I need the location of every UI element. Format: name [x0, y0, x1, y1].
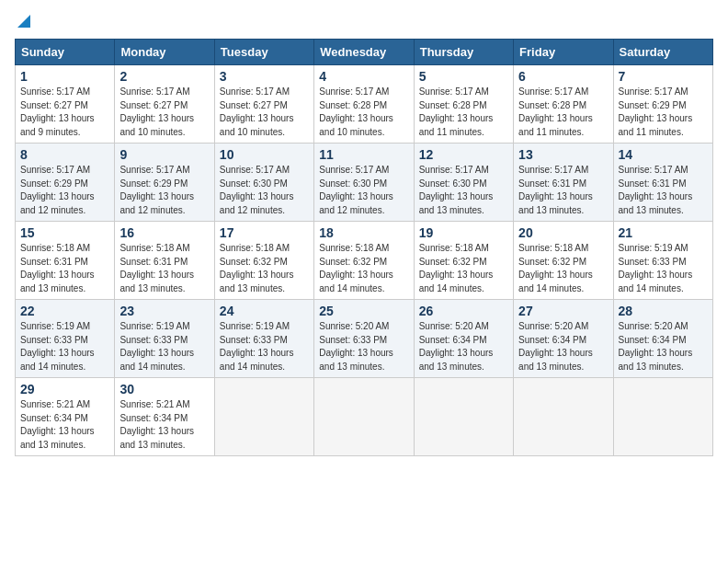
- day-info: Sunrise: 5:17 AMSunset: 6:29 PMDaylight:…: [119, 165, 194, 215]
- day-info: Sunrise: 5:17 AMSunset: 6:27 PMDaylight:…: [119, 86, 194, 137]
- day-number: 19: [419, 225, 508, 240]
- day-number: 6: [518, 69, 608, 84]
- day-info: Sunrise: 5:18 AMSunset: 6:31 PMDaylight:…: [119, 243, 194, 293]
- day-number: 20: [518, 225, 608, 240]
- day-number: 1: [20, 69, 109, 84]
- calendar-cell: 29 Sunrise: 5:21 AMSunset: 6:34 PMDaylig…: [16, 378, 115, 456]
- calendar-cell: 21 Sunrise: 5:19 AMSunset: 6:33 PMDaylig…: [613, 222, 712, 300]
- day-number: 10: [220, 147, 309, 162]
- day-number: 4: [319, 69, 408, 84]
- day-number: 25: [319, 304, 408, 318]
- calendar-cell: [514, 378, 613, 456]
- weekday-header-saturday: Saturday: [613, 40, 712, 65]
- day-number: 30: [119, 382, 209, 396]
- calendar-cell: 26 Sunrise: 5:20 AMSunset: 6:34 PMDaylig…: [414, 300, 513, 378]
- day-info: Sunrise: 5:20 AMSunset: 6:34 PMDaylight:…: [419, 321, 494, 372]
- day-info: Sunrise: 5:18 AMSunset: 6:32 PMDaylight:…: [518, 243, 593, 293]
- calendar-cell: 14 Sunrise: 5:17 AMSunset: 6:31 PMDaylig…: [613, 144, 712, 222]
- day-number: 7: [619, 69, 708, 84]
- day-info: Sunrise: 5:17 AMSunset: 6:31 PMDaylight:…: [518, 165, 593, 215]
- day-number: 17: [220, 225, 309, 240]
- day-info: Sunrise: 5:17 AMSunset: 6:31 PMDaylight:…: [619, 165, 693, 215]
- day-info: Sunrise: 5:18 AMSunset: 6:32 PMDaylight:…: [319, 243, 393, 293]
- day-info: Sunrise: 5:19 AMSunset: 6:33 PMDaylight:…: [619, 243, 693, 293]
- calendar-week-5: 29 Sunrise: 5:21 AMSunset: 6:34 PMDaylig…: [16, 378, 713, 456]
- calendar-cell: 13 Sunrise: 5:17 AMSunset: 6:31 PMDaylig…: [514, 144, 613, 222]
- day-info: Sunrise: 5:17 AMSunset: 6:30 PMDaylight:…: [319, 165, 393, 215]
- calendar-cell: 1 Sunrise: 5:17 AMSunset: 6:27 PMDayligh…: [16, 65, 115, 144]
- calendar-cell: 27 Sunrise: 5:20 AMSunset: 6:34 PMDaylig…: [514, 300, 613, 378]
- day-info: Sunrise: 5:17 AMSunset: 6:28 PMDaylight:…: [319, 86, 393, 137]
- calendar-cell: 23 Sunrise: 5:19 AMSunset: 6:33 PMDaylig…: [115, 300, 214, 378]
- day-info: Sunrise: 5:21 AMSunset: 6:34 PMDaylight:…: [20, 399, 95, 450]
- day-info: Sunrise: 5:19 AMSunset: 6:33 PMDaylight:…: [220, 321, 294, 372]
- day-info: Sunrise: 5:21 AMSunset: 6:34 PMDaylight:…: [119, 399, 194, 450]
- calendar-cell: 2 Sunrise: 5:17 AMSunset: 6:27 PMDayligh…: [115, 65, 214, 144]
- calendar-cell: 19 Sunrise: 5:18 AMSunset: 6:32 PMDaylig…: [414, 222, 513, 300]
- day-info: Sunrise: 5:18 AMSunset: 6:32 PMDaylight:…: [419, 243, 494, 293]
- weekday-header-sunday: Sunday: [16, 40, 115, 65]
- calendar-cell: 3 Sunrise: 5:17 AMSunset: 6:27 PMDayligh…: [214, 65, 313, 144]
- weekday-header-tuesday: Tuesday: [214, 40, 313, 65]
- day-info: Sunrise: 5:17 AMSunset: 6:28 PMDaylight:…: [518, 86, 593, 137]
- calendar-cell: 7 Sunrise: 5:17 AMSunset: 6:29 PMDayligh…: [613, 65, 712, 144]
- day-number: 3: [220, 69, 309, 84]
- calendar-cell: 4 Sunrise: 5:17 AMSunset: 6:28 PMDayligh…: [314, 65, 414, 144]
- svg-marker-0: [17, 15, 30, 28]
- day-number: 13: [518, 147, 608, 162]
- calendar-week-1: 1 Sunrise: 5:17 AMSunset: 6:27 PMDayligh…: [16, 65, 713, 144]
- day-info: Sunrise: 5:18 AMSunset: 6:31 PMDaylight:…: [20, 243, 95, 293]
- calendar-cell: 17 Sunrise: 5:18 AMSunset: 6:32 PMDaylig…: [214, 222, 313, 300]
- day-info: Sunrise: 5:20 AMSunset: 6:33 PMDaylight:…: [319, 321, 393, 372]
- weekday-header-friday: Friday: [514, 40, 613, 65]
- calendar-cell: 16 Sunrise: 5:18 AMSunset: 6:31 PMDaylig…: [115, 222, 214, 300]
- day-info: Sunrise: 5:17 AMSunset: 6:30 PMDaylight:…: [419, 165, 494, 215]
- calendar-cell: 11 Sunrise: 5:17 AMSunset: 6:30 PMDaylig…: [314, 144, 414, 222]
- day-number: 18: [319, 225, 408, 240]
- logo-arrow-icon: [17, 15, 30, 31]
- day-info: Sunrise: 5:20 AMSunset: 6:34 PMDaylight:…: [619, 321, 693, 372]
- day-number: 5: [419, 69, 508, 84]
- calendar-cell: 25 Sunrise: 5:20 AMSunset: 6:33 PMDaylig…: [314, 300, 414, 378]
- calendar-cell: [314, 378, 414, 456]
- header: [15, 15, 713, 31]
- weekday-header-monday: Monday: [115, 40, 214, 65]
- day-info: Sunrise: 5:17 AMSunset: 6:29 PMDaylight:…: [619, 86, 693, 137]
- day-info: Sunrise: 5:17 AMSunset: 6:28 PMDaylight:…: [419, 86, 494, 137]
- day-info: Sunrise: 5:19 AMSunset: 6:33 PMDaylight:…: [20, 321, 95, 372]
- calendar-cell: 12 Sunrise: 5:17 AMSunset: 6:30 PMDaylig…: [414, 144, 513, 222]
- day-number: 27: [518, 304, 608, 318]
- calendar-cell: [414, 378, 513, 456]
- weekday-header-thursday: Thursday: [414, 40, 513, 65]
- calendar-cell: 22 Sunrise: 5:19 AMSunset: 6:33 PMDaylig…: [16, 300, 115, 378]
- day-number: 12: [419, 147, 508, 162]
- day-info: Sunrise: 5:20 AMSunset: 6:34 PMDaylight:…: [518, 321, 593, 372]
- day-number: 22: [20, 304, 109, 318]
- day-info: Sunrise: 5:18 AMSunset: 6:32 PMDaylight:…: [220, 243, 294, 293]
- day-number: 26: [419, 304, 508, 318]
- calendar-cell: 24 Sunrise: 5:19 AMSunset: 6:33 PMDaylig…: [214, 300, 313, 378]
- calendar-week-2: 8 Sunrise: 5:17 AMSunset: 6:29 PMDayligh…: [16, 144, 713, 222]
- calendar-cell: 9 Sunrise: 5:17 AMSunset: 6:29 PMDayligh…: [115, 144, 214, 222]
- day-number: 23: [119, 304, 209, 318]
- day-info: Sunrise: 5:17 AMSunset: 6:29 PMDaylight:…: [20, 165, 95, 215]
- day-info: Sunrise: 5:17 AMSunset: 6:27 PMDaylight:…: [220, 86, 294, 137]
- day-number: 14: [619, 147, 708, 162]
- day-number: 8: [20, 147, 109, 162]
- calendar-week-4: 22 Sunrise: 5:19 AMSunset: 6:33 PMDaylig…: [16, 300, 713, 378]
- weekday-header-wednesday: Wednesday: [314, 40, 414, 65]
- logo: [15, 15, 30, 31]
- day-number: 28: [619, 304, 708, 318]
- day-number: 21: [619, 225, 708, 240]
- day-info: Sunrise: 5:17 AMSunset: 6:27 PMDaylight:…: [20, 86, 95, 137]
- calendar-cell: 6 Sunrise: 5:17 AMSunset: 6:28 PMDayligh…: [514, 65, 613, 144]
- calendar-cell: 30 Sunrise: 5:21 AMSunset: 6:34 PMDaylig…: [115, 378, 214, 456]
- day-number: 24: [220, 304, 309, 318]
- day-number: 16: [119, 225, 209, 240]
- day-info: Sunrise: 5:17 AMSunset: 6:30 PMDaylight:…: [220, 165, 294, 215]
- calendar-cell: 20 Sunrise: 5:18 AMSunset: 6:32 PMDaylig…: [514, 222, 613, 300]
- day-number: 9: [119, 147, 209, 162]
- day-number: 11: [319, 147, 408, 162]
- day-number: 2: [119, 69, 209, 84]
- calendar-cell: [214, 378, 313, 456]
